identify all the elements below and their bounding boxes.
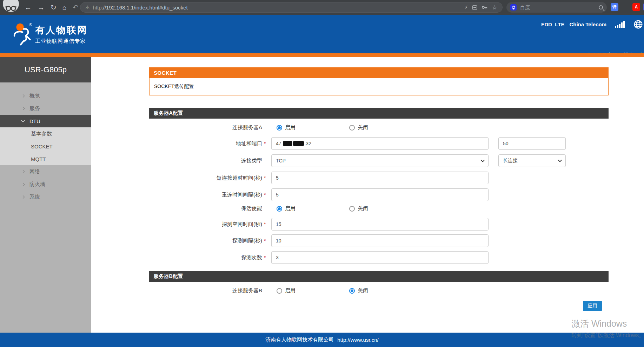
sidebar-item-system[interactable]: 系统 bbox=[0, 191, 91, 203]
sidebar-item-firewall[interactable]: 防火墙 bbox=[0, 178, 91, 191]
page-subtitle: SOCKET透传配置 bbox=[149, 78, 609, 95]
home-button[interactable]: ⌂ bbox=[62, 4, 67, 11]
sidebar-item-label: 服务 bbox=[29, 105, 40, 112]
chevron-down-icon bbox=[558, 158, 562, 162]
address-bar[interactable]: ⚠ http://192.168.1.1/index.html#dtu_sock… bbox=[80, 2, 503, 13]
radio-selected-icon[interactable] bbox=[349, 288, 355, 294]
keepalive-label: 保活使能 bbox=[149, 205, 262, 212]
row-probe-count: 探测次数 * bbox=[149, 251, 609, 264]
probe-idle-input[interactable] bbox=[271, 218, 489, 231]
radio-disable[interactable]: 关闭 bbox=[349, 205, 368, 212]
radio-label: 关闭 bbox=[358, 287, 368, 294]
sidebar-item-overview[interactable]: 概览 bbox=[0, 89, 91, 102]
search-box[interactable]: 百度 bbox=[506, 2, 607, 13]
sidebar-item-label: DTU bbox=[29, 118, 40, 124]
connection-mode-select[interactable]: 长连接 bbox=[498, 154, 566, 167]
address-port-label: 地址和端口 bbox=[149, 140, 262, 147]
required-marker: * bbox=[262, 192, 271, 198]
redaction-blob bbox=[293, 141, 304, 146]
history-button[interactable]: ↶ bbox=[73, 4, 79, 11]
device-name: USR-G805p bbox=[0, 57, 91, 82]
keepalive-radio-group: 启用 关闭 bbox=[277, 205, 368, 212]
connection-type-label: 连接类型 bbox=[149, 158, 262, 164]
incognito-avatar[interactable] bbox=[3, 0, 19, 12]
sidebar-item-network[interactable]: 网络 bbox=[0, 165, 91, 178]
carrier-name: China Telecom bbox=[569, 21, 606, 27]
apply-button[interactable]: 应用 bbox=[583, 301, 602, 311]
probe-count-input[interactable] bbox=[271, 251, 489, 264]
row-connect-server-a: 连接服务器A 启用 关闭 bbox=[149, 124, 609, 131]
bookmark-star-icon[interactable]: ☆ bbox=[492, 4, 497, 11]
sidebar-item-dtu[interactable]: DTU bbox=[0, 115, 91, 127]
radio-unselected-icon[interactable] bbox=[349, 206, 355, 212]
apply-row: 应用 bbox=[149, 301, 609, 311]
sidebar-subitem-mqtt[interactable]: MQTT bbox=[0, 153, 91, 165]
server-a-address-input[interactable]: 47..32 bbox=[271, 137, 489, 150]
radio-disable[interactable]: 关闭 bbox=[349, 124, 368, 131]
sidebar-item-label: 防火墙 bbox=[29, 181, 45, 188]
sidebar-item-label: 网络 bbox=[29, 168, 40, 175]
brand-slogan: 工业物联网通信专家 bbox=[35, 38, 86, 45]
password-key-icon[interactable] bbox=[482, 5, 487, 10]
server-a-port-input[interactable] bbox=[498, 137, 566, 150]
main-content: SOCKET SOCKET透传配置 服务器A配置 连接服务器A 启用 关闭 bbox=[91, 57, 644, 333]
page-footer: 济南有人物联网技术有限公司 http://www.usr.cn/ bbox=[0, 333, 644, 347]
pdf-extension-icon[interactable]: A bbox=[632, 3, 640, 11]
chevron-right-icon bbox=[21, 94, 25, 98]
server-b-section-title: 服务器B配置 bbox=[149, 271, 609, 282]
footer-company: 济南有人物联网技术有限公司 bbox=[265, 336, 334, 343]
radio-disable[interactable]: 关闭 bbox=[349, 287, 368, 294]
row-reconnect-interval: 重连时间间隔(秒) * bbox=[149, 188, 609, 201]
sidebar-subitem-basic-params[interactable]: 基本参数 bbox=[0, 127, 91, 140]
row-address-port: 地址和端口 * 47..32 bbox=[149, 137, 609, 150]
row-probe-idle: 探测空闲时间(秒) * bbox=[149, 218, 609, 231]
signal-strength-icon bbox=[615, 21, 625, 28]
sidebar-item-service[interactable]: 服务 bbox=[0, 102, 91, 115]
radio-label: 启用 bbox=[285, 124, 296, 131]
search-input[interactable]: 百度 bbox=[520, 4, 596, 11]
radio-unselected-icon[interactable] bbox=[349, 125, 355, 131]
grid-extension-icon[interactable] bbox=[622, 3, 629, 11]
chevron-right-icon bbox=[21, 107, 25, 110]
screenshot-frame-icon[interactable] bbox=[472, 5, 477, 10]
address-suffix: .32 bbox=[304, 141, 311, 146]
sidebar-item-label: 系统 bbox=[29, 194, 40, 200]
flash-icon[interactable]: ⚡ bbox=[464, 5, 468, 10]
radio-enable[interactable]: 启用 bbox=[277, 287, 349, 294]
footer-url-link[interactable]: http://www.usr.cn/ bbox=[337, 337, 379, 343]
connect-server-b-radio-group: 启用 关闭 bbox=[277, 287, 368, 294]
probe-interval-input[interactable] bbox=[271, 234, 489, 247]
reconnect-interval-input[interactable] bbox=[271, 188, 489, 201]
chevron-down-icon bbox=[481, 158, 485, 162]
probe-idle-label: 探测空闲时间(秒) bbox=[149, 221, 262, 228]
radio-selected-icon[interactable] bbox=[277, 125, 282, 131]
network-type: FDD_LTE bbox=[541, 21, 564, 27]
not-secure-warning-icon[interactable]: ⚠ bbox=[85, 5, 90, 10]
redaction-blob bbox=[283, 141, 292, 146]
back-button[interactable]: ← bbox=[25, 4, 32, 11]
radio-enable[interactable]: 启用 bbox=[277, 205, 349, 212]
translate-extension-icon[interactable]: 译 bbox=[611, 3, 618, 11]
connection-type-select[interactable]: TCP bbox=[271, 154, 489, 167]
forward-button[interactable]: → bbox=[38, 4, 45, 11]
radio-label: 关闭 bbox=[358, 124, 368, 131]
short-timeout-input[interactable] bbox=[271, 172, 489, 184]
probe-count-label: 探测次数 bbox=[149, 254, 262, 261]
connect-server-a-label: 连接服务器A bbox=[149, 124, 262, 131]
reload-button[interactable]: ↻ bbox=[51, 4, 57, 11]
required-marker: * bbox=[262, 221, 271, 227]
server-a-section-title: 服务器A配置 bbox=[149, 108, 609, 119]
row-connect-server-b: 连接服务器B 启用 关闭 bbox=[149, 287, 609, 294]
radio-unselected-icon[interactable] bbox=[277, 288, 282, 294]
reconnect-interval-label: 重连时间间隔(秒) bbox=[149, 192, 262, 198]
sidebar-subitem-label: MQTT bbox=[31, 156, 46, 162]
url-text: http://192.168.1.1/index.html#dtu_socket bbox=[93, 5, 188, 11]
sidebar-item-label: 概览 bbox=[29, 93, 40, 99]
radio-selected-icon[interactable] bbox=[277, 206, 282, 212]
connection-type-value: TCP bbox=[276, 158, 286, 164]
radio-enable[interactable]: 启用 bbox=[277, 124, 349, 131]
row-probe-interval: 探测间隔(秒) * bbox=[149, 234, 609, 247]
sidebar-subitem-socket[interactable]: SOCKET bbox=[0, 140, 91, 153]
search-icon[interactable] bbox=[599, 5, 603, 9]
chevron-right-icon bbox=[21, 182, 25, 186]
